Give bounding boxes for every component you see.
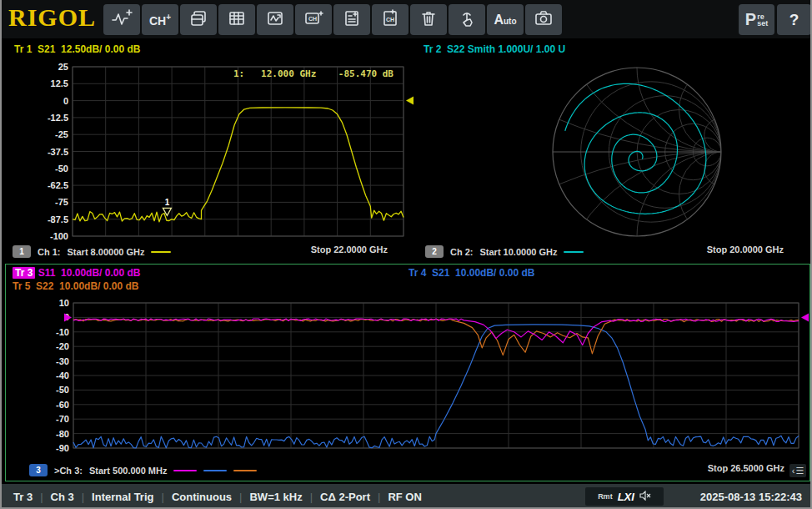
preset-button[interactable]: P reset (739, 4, 774, 35)
status-item[interactable]: CΔ 2-Port (320, 491, 370, 503)
window-trace-icon (265, 8, 285, 32)
y-axis-tick: -10 (56, 327, 69, 337)
status-item[interactable]: Tr 3 (13, 491, 33, 503)
status-item[interactable]: Internal Trig (92, 491, 153, 503)
auto-icon: Auto (494, 13, 516, 28)
reference-level-indicator[interactable] (406, 97, 414, 105)
document-channel-icon: CH (380, 8, 400, 32)
menu-collapse-icon[interactable]: ‹☰ (789, 464, 806, 477)
svg-text:CH: CH (386, 17, 394, 23)
preset-icon: P reset (745, 10, 768, 29)
y-axis-tick: -90 (56, 443, 69, 453)
reference-level-indicator[interactable] (801, 313, 809, 321)
marker-label: 1 (165, 198, 170, 207)
y-axis-tick: -25 (55, 129, 68, 139)
status-separator: | (82, 491, 84, 503)
y-axis-tick: -75 (55, 197, 68, 207)
channel-window-button[interactable]: CH (295, 4, 332, 35)
trace1-header[interactable]: Tr 1 S21 12.50dB/ 0.00 dB (14, 43, 140, 55)
touch-icon (457, 8, 477, 32)
status-bar: Tr 3|Ch 3|Internal Trig|Continuous|BW=1 … (2, 484, 810, 509)
y-axis-tick: 25 (58, 62, 68, 72)
window-channel1[interactable]: 2512.50-12.5-25-37.5-50-62.5-75-87.5-100… (6, 40, 416, 262)
y-axis-tick: -30 (56, 356, 69, 366)
channel2-label: Ch 2: (450, 247, 474, 257)
datetime: 2025-08-13 15:22:43 (700, 484, 802, 509)
channel1-label: Ch 1: (38, 247, 61, 257)
channel3-label: >Ch 3: (54, 466, 83, 476)
lxi-indicator: LXI (618, 491, 634, 503)
trace5-color-key (233, 470, 257, 471)
table-view-button[interactable] (218, 4, 255, 35)
y-axis-tick: 10 (59, 298, 69, 308)
trace2-header[interactable]: Tr 2 S22 Smith 1.000U/ 1.00 U (424, 43, 565, 55)
rigol-logo: RIGOL (8, 3, 96, 32)
document-trace-icon (342, 8, 362, 32)
trace3-active-badge[interactable]: Tr 3 (13, 267, 35, 279)
y-axis-tick: -60 (56, 400, 69, 410)
channel2-stop[interactable]: Stop 20.0000 GHz (707, 244, 784, 254)
status-separator: | (378, 491, 380, 503)
camera-icon (534, 8, 554, 32)
window-channel3-active[interactable]: 100-10-20-30-40-50-60-70-80-90 Tr 3 S11 … (5, 264, 810, 481)
help-button[interactable]: ? (777, 4, 811, 35)
channel2-badge[interactable]: 2 (425, 245, 444, 258)
table-icon (227, 8, 247, 32)
delete-button[interactable] (410, 4, 447, 35)
y-axis-tick: -12.5 (48, 113, 68, 123)
remote-indicator: Rmt (598, 492, 613, 501)
trace-settings-button[interactable] (333, 4, 370, 35)
toolbar: RIGOL CH+ CH CH (2, 0, 810, 38)
window-layout-button[interactable] (180, 4, 217, 35)
y-axis-tick: -87.5 (48, 214, 68, 224)
status-item[interactable]: Ch 3 (51, 491, 74, 503)
trace-add-icon (111, 8, 133, 32)
status-item[interactable]: Continuous (172, 491, 232, 503)
status-separator: | (239, 491, 242, 503)
trace3-color-key (173, 470, 197, 471)
channel2-start[interactable]: Start 10.0000 GHz (480, 247, 558, 257)
channel-settings-button[interactable]: CH (372, 4, 409, 35)
trash-icon (419, 8, 439, 32)
window-channel2[interactable]: Tr 2 S22 Smith 1.000U/ 1.00 U 2 Ch 2: St… (419, 40, 810, 262)
y-axis-tick: -40 (56, 370, 69, 380)
trace2-color-key (564, 251, 584, 253)
touch-button[interactable] (449, 4, 485, 35)
auto-scale-button[interactable]: Auto (487, 4, 524, 35)
stacked-windows-icon (188, 8, 208, 32)
y-axis-tick: -62.5 (48, 180, 68, 190)
channel3-start[interactable]: Start 500.000 MHz (89, 466, 168, 476)
status-item[interactable]: BW=1 kHz (249, 491, 302, 503)
marker1-readout: 1: 12.000 GHz -85.470 dB (233, 68, 393, 79)
trace-s22-smith (565, 83, 706, 214)
y-axis-tick: -50 (56, 385, 69, 395)
channel1-badge[interactable]: 1 (13, 245, 31, 258)
help-icon: ? (789, 11, 799, 29)
channel-add-icon: CH+ (149, 13, 171, 28)
trace5-header[interactable]: Tr 5 S22 10.00dB/ 0.00 dB (13, 280, 138, 292)
y-axis-tick: 12.5 (51, 78, 68, 88)
trace3-header[interactable]: Tr 3 S11 10.00dB/ 0.00 dB (13, 267, 140, 279)
channel1-start[interactable]: Start 8.00000 GHz (68, 247, 145, 257)
channel3-stop[interactable]: Stop 26.5000 GHz (708, 463, 784, 473)
y-axis-tick: -80 (56, 429, 69, 439)
channel1-stop[interactable]: Stop 22.0000 GHz (311, 244, 388, 254)
y-axis-tick: -70 (56, 414, 69, 424)
y-axis-tick: -50 (55, 164, 68, 174)
status-items: Tr 3|Ch 3|Internal Trig|Continuous|BW=1 … (13, 491, 422, 503)
add-trace-button[interactable] (103, 4, 140, 35)
y-axis-tick: -37.5 (48, 147, 68, 157)
y-axis-tick: -20 (56, 341, 69, 351)
screenshot-button[interactable] (525, 4, 562, 35)
status-separator: | (40, 491, 43, 503)
toolbar-buttons: CH+ CH CH (103, 4, 562, 35)
trace4-header[interactable]: Tr 4 S21 10.00dB/ 0.00 dB (409, 267, 534, 279)
mute-icon[interactable] (639, 489, 651, 504)
trace-window-button[interactable] (257, 4, 293, 35)
add-channel-button[interactable]: CH+ (142, 4, 178, 35)
status-separator: | (161, 491, 163, 503)
trace1-color-key (151, 251, 171, 253)
status-item[interactable]: RF ON (388, 491, 421, 503)
channel3-badge[interactable]: 3 (29, 464, 48, 476)
system-indicators: Rmt LXI (585, 487, 664, 506)
